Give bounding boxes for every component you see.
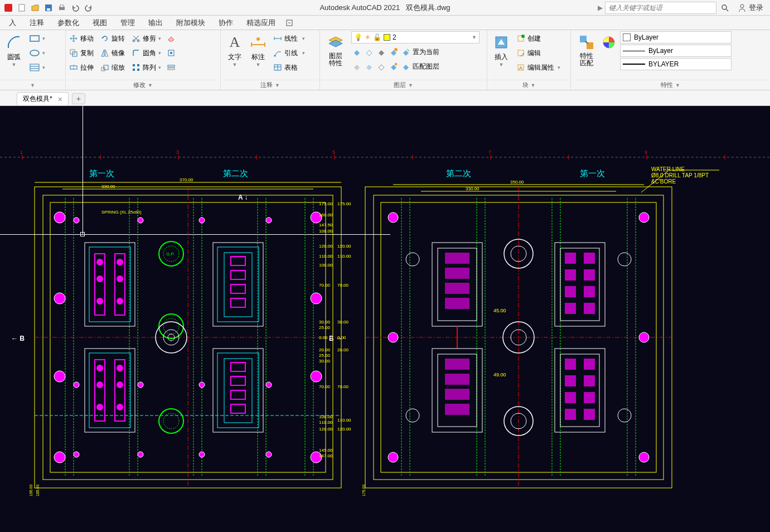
stretch-button[interactable]: 拉伸: [68, 60, 95, 75]
rotate-button[interactable]: 旋转: [99, 31, 126, 46]
trim-button[interactable]: 修剪▾: [130, 31, 162, 46]
menu-view[interactable]: 视图: [86, 16, 114, 30]
match-props-button[interactable]: 特性 匹配: [573, 31, 600, 69]
layer-props-button[interactable]: 图层 特性: [322, 31, 349, 69]
menu-annotate[interactable]: 注释: [23, 16, 51, 30]
editattr-button[interactable]: A编辑属性▾: [515, 60, 561, 75]
panel-draw-title[interactable]: ▼: [2, 80, 63, 90]
layer-current-button[interactable]: 置为当前: [400, 45, 440, 59]
open-icon[interactable]: [29, 2, 41, 14]
app-menu-button[interactable]: [2, 2, 14, 14]
offset-button[interactable]: [166, 60, 177, 75]
close-icon[interactable]: ×: [58, 95, 62, 104]
menu-manage[interactable]: 管理: [114, 16, 142, 30]
edit-button[interactable]: 编辑: [515, 46, 561, 60]
layer-iso3[interactable]: [376, 45, 387, 59]
layer-iso6[interactable]: [364, 59, 375, 74]
svg-rect-25: [137, 64, 139, 66]
svg-text:120.00: 120.00: [319, 244, 333, 249]
lineweight-label: BYLAYER: [648, 60, 679, 68]
svg-text:108.00: 108.00: [319, 229, 333, 234]
svg-rect-218: [584, 392, 595, 403]
stretch-label: 拉伸: [80, 63, 94, 72]
redo-icon[interactable]: [83, 2, 95, 14]
svg-rect-24: [133, 64, 135, 66]
menu-output[interactable]: 输出: [142, 16, 170, 30]
svg-text:0.00: 0.00: [319, 335, 328, 340]
array-button[interactable]: 阵列▾: [130, 60, 162, 75]
svg-rect-213: [565, 359, 576, 370]
fillet-button[interactable]: 圆角▾: [130, 46, 162, 60]
svg-point-175: [639, 452, 649, 462]
svg-text:330.00: 330.00: [101, 184, 115, 189]
ellipse-button[interactable]: ▾: [28, 46, 46, 60]
panel-block-title[interactable]: 块▼: [490, 80, 568, 90]
svg-text:175.00: 175.00: [362, 484, 366, 496]
scale-button[interactable]: 缩放: [99, 60, 126, 75]
search-icon[interactable]: [719, 2, 731, 14]
color-combo[interactable]: ByLayer: [620, 31, 732, 43]
panel-properties: 特性 匹配 ByLayer ByLayer BYLAYER 特性▼: [571, 30, 770, 90]
color-wheel-button[interactable]: [600, 31, 618, 55]
svg-point-146: [199, 452, 205, 457]
svg-text:120.00: 120.00: [337, 244, 351, 249]
copy-button[interactable]: 复制: [68, 46, 95, 60]
svg-text:20.00: 20.00: [319, 347, 331, 352]
linear-button[interactable]: 线性▾: [272, 31, 306, 46]
layer-combo[interactable]: 💡 ☀ 🔓 2 ▼: [351, 31, 480, 43]
linear-label: 线性: [284, 34, 298, 43]
text-button[interactable]: A 文字▼: [223, 31, 246, 70]
dim-button[interactable]: 标注▼: [246, 31, 270, 70]
new-icon[interactable]: [16, 2, 28, 14]
linetype-combo[interactable]: ByLayer: [620, 45, 732, 57]
erase-button[interactable]: [166, 31, 177, 46]
table-button[interactable]: 表格: [272, 60, 306, 75]
menu-featured[interactable]: 精选应用: [240, 16, 282, 30]
panel-modify-title[interactable]: 修改▼: [68, 80, 218, 90]
linetype-label: ByLayer: [648, 47, 673, 55]
menu-addins[interactable]: 附加模块: [170, 16, 212, 30]
panel-annotation-title[interactable]: 注释▼: [223, 80, 317, 90]
layer-iso5[interactable]: [351, 59, 362, 74]
login-button[interactable]: 登录: [733, 3, 768, 13]
menu-insert[interactable]: 入: [2, 16, 23, 30]
svg-point-184: [406, 253, 419, 266]
svg-text:A: A: [519, 65, 522, 71]
filetab-active[interactable]: 双色模具* ×: [17, 92, 69, 105]
move-button[interactable]: 移动: [68, 31, 95, 46]
layer-iso4[interactable]: [388, 45, 399, 59]
svg-rect-193: [445, 298, 469, 309]
layer-match-button[interactable]: 匹配图层: [400, 59, 440, 74]
menu-more[interactable]: [282, 16, 297, 30]
menu-parametric[interactable]: 参数化: [51, 16, 86, 30]
mirror-button[interactable]: 镜像: [99, 46, 126, 60]
new-tab-button[interactable]: +: [72, 93, 85, 104]
create-button[interactable]: 创建: [515, 31, 561, 46]
move-label: 移动: [80, 34, 94, 43]
edit-icon: [516, 49, 525, 57]
rect-button[interactable]: ▾: [28, 31, 46, 46]
arc-button[interactable]: 圆弧 ▼: [2, 31, 26, 70]
undo-icon[interactable]: [69, 2, 81, 14]
layer-iso7[interactable]: [376, 59, 387, 74]
leader-button[interactable]: 引线▾: [272, 46, 306, 60]
svg-point-154: [266, 382, 272, 388]
menu-collaborate[interactable]: 协作: [212, 16, 240, 30]
layer-iso2[interactable]: [364, 45, 375, 59]
lineweight-combo[interactable]: BYLAYER: [620, 58, 732, 70]
svg-text:330.00: 330.00: [466, 186, 480, 191]
drawing-canvas[interactable]: 13579 第一次 第二次 第二次 第一次 WATER LINE Ø8.0 DR…: [0, 106, 770, 532]
layer-iso1[interactable]: [351, 45, 362, 59]
panel-properties-title[interactable]: 特性▼: [573, 80, 768, 90]
hatch-button[interactable]: ▾: [28, 60, 46, 75]
insert-button[interactable]: 插入▼: [490, 31, 513, 70]
app-name: Autodesk AutoCAD 2021: [319, 3, 400, 12]
save-icon[interactable]: [42, 2, 55, 14]
explode-button[interactable]: [166, 46, 177, 60]
filetab-label: 双色模具*: [23, 94, 52, 104]
search-input[interactable]: [605, 2, 716, 14]
panel-layers-title[interactable]: 图层▼: [322, 80, 485, 90]
layer-iso8[interactable]: [388, 59, 399, 74]
svg-text:45.00: 45.00: [493, 308, 506, 313]
print-icon[interactable]: [56, 2, 68, 14]
